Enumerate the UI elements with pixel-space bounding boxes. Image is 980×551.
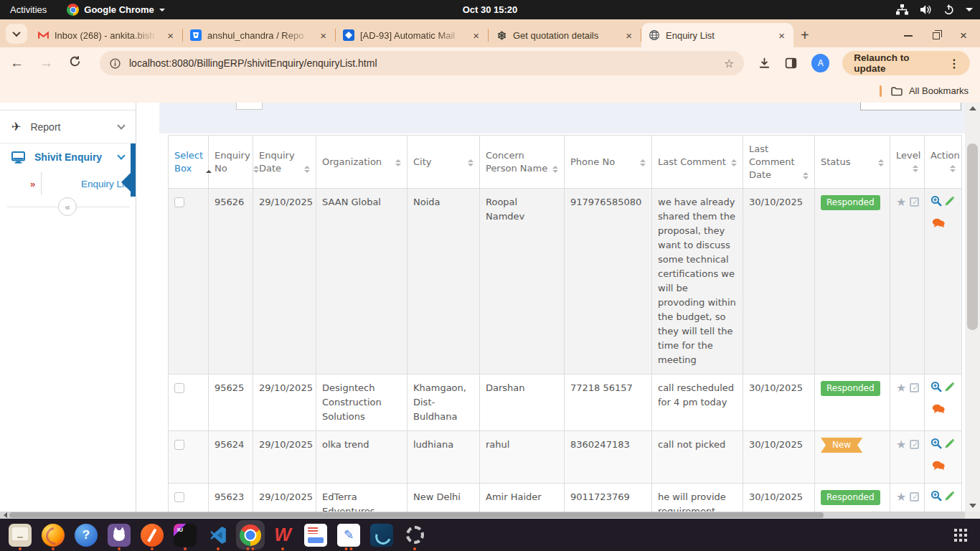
column-header-concern-person[interactable]: Concern Person Name — [480, 136, 565, 189]
column-label: City — [413, 156, 431, 169]
app-menu[interactable]: Google Chrome — [67, 4, 165, 16]
close-tab-icon[interactable]: × — [777, 29, 786, 42]
comments-icon[interactable] — [932, 404, 945, 415]
zoom-view-icon[interactable] — [930, 195, 942, 207]
back-button[interactable]: ← — [10, 55, 24, 71]
row-checkbox[interactable] — [174, 440, 184, 450]
url-text[interactable]: localhost:8080/BillingERP/shivitEnquiry/… — [129, 57, 715, 69]
scroll-up-arrow[interactable] — [965, 103, 980, 114]
chatgpt-icon — [496, 29, 507, 41]
tab-repo[interactable]: anshul_chandra / Repo × — [183, 23, 335, 47]
row-checkbox[interactable] — [174, 492, 184, 502]
scroll-down-arrow[interactable] — [965, 500, 980, 512]
dock-notes-app[interactable]: ✎ — [337, 519, 360, 551]
zoom-view-icon[interactable] — [930, 490, 942, 501]
cell-select — [169, 375, 209, 431]
column-header-organization[interactable]: Organization — [316, 136, 407, 189]
edit-pencil-icon[interactable] — [944, 491, 955, 501]
close-tab-icon[interactable]: × — [319, 29, 328, 42]
close-tab-icon[interactable]: × — [624, 29, 633, 42]
show-applications-icon[interactable] — [954, 529, 967, 542]
column-label: Select Box — [174, 149, 203, 175]
sidebar-item-enquiry-list[interactable]: » Enquiry List — [0, 171, 136, 197]
star-icon[interactable]: ★ — [896, 490, 906, 504]
edit-pencil-icon[interactable] — [944, 438, 955, 449]
dock-quill-app[interactable] — [141, 519, 164, 551]
column-header-enquiry-date[interactable]: Enquiry Date — [253, 136, 316, 189]
comments-icon[interactable] — [932, 218, 945, 229]
column-header-last-comment-date[interactable]: Last Comment Date — [743, 136, 815, 189]
column-header-enquiry-no[interactable]: Enquiry No — [209, 136, 253, 189]
dock-vscode[interactable] — [207, 519, 230, 551]
scroll-left-arrow[interactable] — [1, 512, 9, 518]
address-bar[interactable]: localhost:8080/BillingERP/shivitEnquiry/… — [100, 51, 744, 75]
tab-inbox[interactable]: Inbox (268) - ankita.bish × — [30, 23, 182, 47]
bookmark-star-icon[interactable]: ☆ — [724, 57, 734, 70]
close-window-button[interactable]: × — [960, 32, 967, 40]
star-icon[interactable]: ★ — [896, 438, 906, 451]
zoom-view-icon[interactable] — [930, 381, 942, 392]
vertical-scrollbar[interactable] — [965, 103, 980, 512]
dock-chrome[interactable] — [240, 519, 261, 551]
edit-pencil-icon[interactable] — [944, 196, 955, 207]
chrome-menu-icon[interactable]: ⋮ — [944, 57, 964, 70]
monitor-icon — [11, 151, 25, 164]
activities-button[interactable]: Activities — [10, 4, 47, 15]
sidebar-collapse-button[interactable]: « — [58, 197, 77, 216]
column-header-last-comment[interactable]: Last Comment — [652, 136, 743, 189]
edit-pencil-icon[interactable] — [944, 382, 955, 392]
downloads-icon[interactable] — [758, 57, 771, 69]
star-icon[interactable]: ★ — [896, 381, 906, 395]
cell-person: Darshan — [480, 375, 565, 431]
restore-button[interactable] — [933, 32, 940, 39]
close-tab-icon[interactable]: × — [471, 29, 481, 42]
comments-icon[interactable] — [932, 461, 945, 471]
column-header-action[interactable]: Action — [925, 136, 962, 189]
system-tray[interactable] — [896, 4, 973, 15]
tab-jira[interactable]: [AD-93] Automatic Mail × — [336, 23, 488, 47]
horizontal-scrollbar[interactable] — [0, 512, 965, 519]
tab-quotation[interactable]: Get quotation details × — [489, 23, 641, 47]
dock-wps-office[interactable]: W — [271, 519, 294, 551]
relaunch-to-update-button[interactable]: Relaunch to update ⋮ — [842, 51, 970, 75]
close-tab-icon[interactable]: × — [166, 29, 175, 42]
column-header-city[interactable]: City — [407, 136, 480, 189]
minimize-button[interactable] — [904, 35, 913, 37]
clock[interactable]: Oct 30 15:20 — [463, 4, 518, 15]
reload-button[interactable] — [69, 55, 81, 71]
partial-toolbar-button[interactable] — [236, 103, 263, 110]
new-tab-button[interactable]: + — [801, 29, 809, 42]
checkbox-checked-icon[interactable] — [910, 440, 919, 449]
dock-gear-app[interactable] — [403, 519, 426, 551]
column-header-select-box[interactable]: Select Box — [169, 136, 209, 189]
checkbox-checked-icon[interactable] — [910, 383, 919, 392]
site-info-icon[interactable] — [110, 58, 121, 69]
tab-enquiry-list[interactable]: Enquiry List × — [641, 23, 793, 47]
profile-avatar[interactable]: A — [811, 54, 829, 72]
dock-files[interactable] — [9, 519, 32, 551]
sidebar-item-report[interactable]: ✈ Report — [0, 110, 136, 143]
dock-firefox[interactable] — [42, 519, 65, 551]
vertical-scrollbar-thumb[interactable] — [967, 143, 978, 330]
forward-button[interactable]: → — [39, 55, 53, 71]
column-header-level[interactable]: Level — [890, 136, 925, 189]
column-header-phone-no[interactable]: Phone No — [565, 136, 652, 189]
star-icon[interactable]: ★ — [896, 195, 906, 209]
dock-intellij[interactable] — [174, 519, 197, 551]
zoom-view-icon[interactable] — [930, 438, 942, 449]
partial-search-input[interactable] — [860, 103, 961, 110]
row-checkbox[interactable] — [174, 197, 184, 207]
tab-search-button[interactable] — [6, 24, 27, 44]
row-checkbox[interactable] — [174, 383, 184, 393]
checkbox-checked-icon[interactable] — [910, 197, 919, 207]
dock-database-app[interactable] — [370, 519, 393, 551]
column-header-status[interactable]: Status — [815, 136, 890, 189]
horizontal-scrollbar-thumb[interactable] — [9, 512, 824, 518]
checkbox-checked-icon[interactable] — [910, 492, 919, 501]
dock-help[interactable]: ? — [75, 519, 98, 551]
dock-document-app[interactable] — [304, 519, 327, 551]
side-panel-icon[interactable] — [785, 57, 797, 69]
sidebar-item-shivit-enquiry[interactable]: Shivit Enquiry — [0, 143, 136, 171]
dock-github-desktop[interactable] — [108, 519, 131, 551]
all-bookmarks-button[interactable]: All Bookmarks — [880, 85, 980, 97]
